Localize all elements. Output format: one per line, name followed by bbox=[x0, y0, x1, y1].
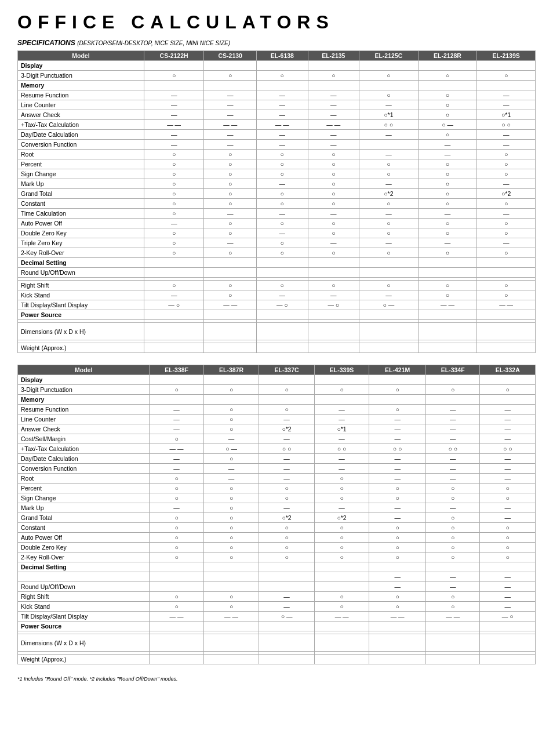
cell-value: — bbox=[203, 434, 259, 444]
cell-value: — bbox=[257, 110, 308, 120]
cell-value: ○ bbox=[204, 71, 257, 81]
row-label: Mark Up bbox=[18, 503, 150, 513]
cell-value: ○ ○ bbox=[477, 120, 536, 130]
row-label: Cost/Sell/Margin bbox=[18, 434, 150, 444]
cell-value: — bbox=[480, 582, 536, 592]
row-label: Weight (Approx.) bbox=[18, 655, 150, 664]
row-label: Line Counter bbox=[18, 415, 150, 424]
row-label: 2-Key Roll-Over bbox=[18, 248, 144, 258]
cell-value: — bbox=[425, 424, 479, 434]
cell-value: — bbox=[259, 503, 315, 513]
cell-value: — bbox=[359, 179, 419, 189]
cell-value: — bbox=[359, 100, 419, 110]
cell-value bbox=[418, 258, 477, 268]
cell-value: ○ bbox=[418, 248, 477, 258]
cell-value: ○ bbox=[314, 523, 369, 533]
cell-value bbox=[369, 395, 426, 405]
cell-value bbox=[257, 258, 308, 268]
cell-value: ○ bbox=[314, 592, 369, 602]
cell-value: ○ bbox=[359, 248, 419, 258]
cell-value: ○ bbox=[425, 602, 479, 612]
cell-value bbox=[314, 375, 369, 385]
cell-value: ○ bbox=[418, 228, 477, 238]
table2-container: ModelEL-338FEL-387REL-337CEL-339SEL-421M… bbox=[17, 365, 536, 664]
cell-value bbox=[150, 562, 203, 572]
cell-value bbox=[369, 634, 426, 652]
cell-value bbox=[418, 310, 477, 320]
cell-value: — — bbox=[257, 120, 308, 130]
cell-value bbox=[359, 258, 419, 268]
cell-value: ○ bbox=[418, 110, 477, 120]
row-label: Power Source bbox=[18, 310, 144, 320]
column-header: EL-332A bbox=[480, 365, 536, 375]
column-header: EL-387R bbox=[203, 365, 259, 375]
cell-value bbox=[480, 655, 536, 664]
cell-value bbox=[369, 621, 426, 631]
cell-value: — bbox=[425, 572, 479, 582]
cell-value bbox=[480, 375, 536, 385]
cell-value: — bbox=[150, 503, 203, 513]
cell-value: ○ bbox=[425, 523, 479, 533]
cell-value: ○ bbox=[257, 199, 308, 209]
cell-value bbox=[359, 310, 419, 320]
cell-value: — bbox=[480, 572, 536, 582]
cell-value: — bbox=[369, 454, 426, 464]
table1-container: ModelCS-2122HCS-2130EL-6138EL-2135EL-212… bbox=[17, 50, 536, 353]
cell-value bbox=[204, 258, 257, 268]
cell-value: ○ bbox=[308, 189, 359, 199]
cell-value: — bbox=[418, 140, 477, 150]
cell-value: ○ bbox=[203, 592, 259, 602]
cell-value: — bbox=[308, 140, 359, 150]
cell-value: — bbox=[259, 592, 315, 602]
cell-value: ○ bbox=[314, 543, 369, 553]
cell-value: — bbox=[203, 474, 259, 484]
row-label: Weight (Approx.) bbox=[18, 343, 144, 353]
cell-value: ○ bbox=[144, 71, 204, 81]
cell-value: ○ — bbox=[203, 444, 259, 454]
cell-value: ○ bbox=[425, 553, 479, 562]
cell-value: — bbox=[425, 434, 479, 444]
cell-value: — bbox=[259, 602, 315, 612]
cell-value: ○ bbox=[308, 169, 359, 179]
cell-value bbox=[144, 323, 204, 340]
cell-value: ○*2 bbox=[259, 513, 315, 523]
cell-value bbox=[204, 323, 257, 340]
cell-value: ○ bbox=[144, 248, 204, 258]
cell-value bbox=[203, 655, 259, 664]
cell-value: ○ bbox=[144, 159, 204, 169]
cell-value: — bbox=[480, 474, 536, 484]
cell-value: — — bbox=[204, 120, 257, 130]
cell-value: ○ bbox=[144, 169, 204, 179]
cell-value: ○ bbox=[418, 189, 477, 199]
cell-value bbox=[259, 395, 315, 405]
cell-value: — bbox=[259, 434, 315, 444]
cell-value: ○ bbox=[359, 199, 419, 209]
cell-value: — bbox=[204, 110, 257, 120]
cell-value: — bbox=[369, 415, 426, 424]
cell-value: ○ — bbox=[418, 120, 477, 130]
cell-value: — bbox=[369, 582, 426, 592]
cell-value: — bbox=[425, 454, 479, 464]
column-header: EL-2125C bbox=[359, 51, 419, 61]
cell-value: ○ bbox=[477, 150, 536, 159]
cell-value: — bbox=[257, 179, 308, 189]
cell-value: ○ bbox=[418, 179, 477, 189]
column-header: EL-337C bbox=[259, 365, 315, 375]
cell-value: ○ bbox=[369, 385, 426, 395]
cell-value: ○*1 bbox=[314, 424, 369, 434]
cell-value: ○ bbox=[203, 602, 259, 612]
cell-value: ○ bbox=[203, 553, 259, 562]
cell-value: ○ ○ bbox=[314, 444, 369, 454]
cell-value: ○ bbox=[369, 553, 426, 562]
cell-value: ○ ○ bbox=[425, 444, 479, 454]
cell-value: ○ bbox=[203, 503, 259, 513]
cell-value bbox=[480, 562, 536, 572]
cell-value bbox=[369, 375, 426, 385]
cell-value bbox=[418, 343, 477, 353]
cell-value bbox=[257, 268, 308, 278]
cell-value: ○ bbox=[204, 219, 257, 228]
column-header: EL-2128R bbox=[418, 51, 477, 61]
cell-value: — bbox=[257, 290, 308, 300]
cell-value: ○ bbox=[144, 150, 204, 159]
cell-value bbox=[204, 61, 257, 71]
